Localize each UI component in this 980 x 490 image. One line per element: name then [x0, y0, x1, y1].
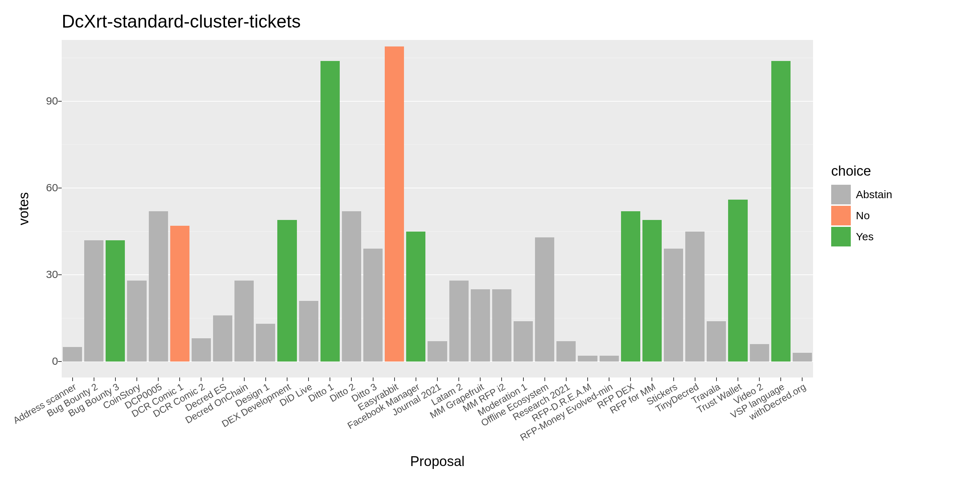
legend-swatch	[831, 185, 851, 204]
y-tick-label: 30	[36, 268, 58, 280]
x-tick-mark	[630, 377, 631, 381]
x-tick-mark	[223, 377, 223, 381]
bar	[793, 353, 812, 361]
bar	[385, 46, 404, 361]
x-tick-mark	[115, 377, 116, 381]
bar	[213, 315, 232, 361]
legend-swatch	[831, 206, 851, 225]
bar	[771, 61, 791, 361]
x-tick-mark	[287, 377, 288, 381]
x-tick-mark	[609, 377, 609, 381]
x-tick-mark	[780, 377, 781, 381]
bar	[234, 280, 254, 361]
x-tick-mark	[458, 377, 459, 381]
x-tick-mark	[308, 377, 309, 381]
x-tick-mark	[587, 377, 588, 381]
y-tick-mark	[58, 274, 62, 275]
bar	[471, 289, 490, 361]
x-tick-mark	[759, 377, 760, 381]
bar	[363, 249, 383, 361]
x-tick-mark	[415, 377, 416, 381]
x-tick-mark	[437, 377, 438, 381]
x-tick-mark	[480, 377, 480, 381]
bar	[170, 226, 189, 361]
bar	[406, 232, 425, 361]
bar	[621, 211, 640, 361]
x-tick-mark	[72, 377, 73, 381]
x-tick-mark	[137, 377, 137, 381]
bar	[256, 324, 275, 361]
bar	[600, 356, 619, 361]
x-tick-mark	[566, 377, 566, 381]
bar	[685, 232, 705, 361]
x-tick-mark	[394, 377, 395, 381]
x-tick-mark	[329, 377, 330, 381]
bar	[428, 341, 447, 361]
chart-root: DcXrt-standard-cluster-tickets 0306090 A…	[0, 0, 980, 490]
x-tick-mark	[544, 377, 545, 381]
bar	[106, 240, 125, 361]
x-tick-mark	[802, 377, 802, 381]
bar	[342, 211, 361, 361]
legend-item: No	[831, 206, 962, 225]
x-tick-mark	[695, 377, 695, 381]
x-tick-mark	[158, 377, 159, 381]
x-tick-mark	[373, 377, 374, 381]
y-tick-label: 60	[36, 181, 58, 194]
legend-label: Abstain	[856, 188, 892, 201]
bar	[149, 211, 168, 361]
x-tick-mark	[179, 377, 180, 381]
bar	[449, 280, 469, 361]
x-tick-mark	[265, 377, 266, 381]
x-tick-mark	[501, 377, 502, 381]
x-tick-mark	[523, 377, 524, 381]
bar	[707, 321, 726, 361]
y-tick-mark	[58, 101, 62, 102]
bar	[63, 347, 82, 361]
bar	[728, 200, 747, 361]
legend-title: choice	[831, 163, 962, 179]
legend: choice AbstainNoYes	[831, 163, 962, 248]
bar	[643, 220, 662, 361]
bar	[578, 356, 597, 361]
chart-title: DcXrt-standard-cluster-tickets	[62, 11, 301, 32]
bar	[299, 301, 318, 361]
x-tick-mark	[716, 377, 717, 381]
bar	[320, 61, 340, 361]
x-axis-title: Proposal	[62, 454, 813, 469]
y-tick-mark	[58, 361, 62, 362]
x-tick-mark	[244, 377, 245, 381]
x-tick-mark	[94, 377, 94, 381]
bars-layer	[62, 40, 813, 377]
y-tick-label: 0	[36, 355, 58, 368]
bar	[192, 338, 211, 361]
bar	[277, 220, 296, 361]
x-tick-mark	[201, 377, 202, 381]
bar	[84, 240, 103, 361]
bar	[750, 344, 769, 361]
legend-label: No	[856, 210, 870, 222]
x-tick-mark	[673, 377, 674, 381]
legend-label: Yes	[856, 231, 873, 243]
bar	[492, 289, 511, 361]
bar	[127, 280, 146, 361]
plot-panel	[62, 40, 813, 377]
x-tick-mark	[351, 377, 352, 381]
legend-swatch	[831, 227, 851, 247]
y-axis-title: votes	[16, 192, 32, 225]
bar	[535, 237, 554, 361]
bar	[664, 249, 683, 361]
legend-item: Abstain	[831, 185, 962, 204]
x-tick-mark	[652, 377, 652, 381]
bar	[514, 321, 533, 361]
bar	[557, 341, 576, 361]
y-tick-label: 90	[36, 95, 58, 107]
x-tick-mark	[738, 377, 738, 381]
y-tick-mark	[58, 188, 62, 188]
legend-item: Yes	[831, 227, 962, 247]
